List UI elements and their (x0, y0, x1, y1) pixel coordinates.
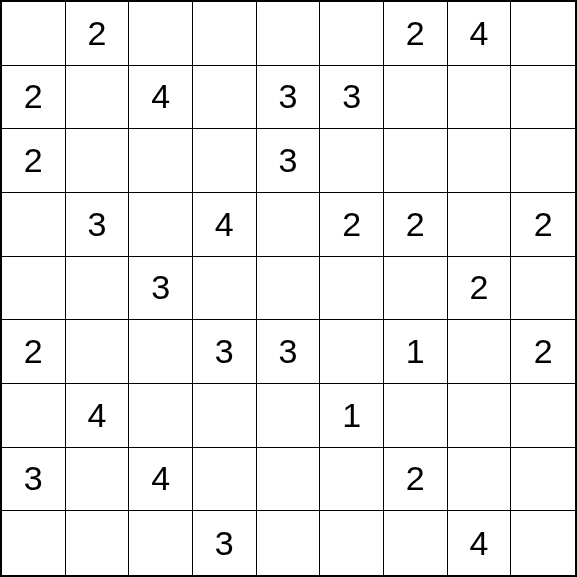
cell-r8-c0[interactable] (2, 511, 66, 575)
cell-r1-c4[interactable]: 3 (257, 66, 321, 130)
cell-r8-c8[interactable] (511, 511, 575, 575)
cell-r8-c1[interactable] (66, 511, 130, 575)
cell-r2-c5[interactable] (320, 129, 384, 193)
cell-r7-c5[interactable] (320, 448, 384, 512)
cell-r4-c3[interactable] (193, 257, 257, 321)
cell-r6-c0[interactable] (2, 384, 66, 448)
cell-r0-c1[interactable]: 2 (66, 2, 130, 66)
cell-r0-c0[interactable] (2, 2, 66, 66)
cell-r8-c2[interactable] (129, 511, 193, 575)
cell-r0-c2[interactable] (129, 2, 193, 66)
cell-r2-c7[interactable] (448, 129, 512, 193)
cell-r4-c2[interactable]: 3 (129, 257, 193, 321)
cell-r3-c6[interactable]: 2 (384, 193, 448, 257)
cell-r7-c1[interactable] (66, 448, 130, 512)
cell-r7-c2[interactable]: 4 (129, 448, 193, 512)
cell-r0-c8[interactable] (511, 2, 575, 66)
cell-r6-c1[interactable]: 4 (66, 384, 130, 448)
cell-r2-c3[interactable] (193, 129, 257, 193)
cell-r8-c6[interactable] (384, 511, 448, 575)
cell-r8-c7[interactable]: 4 (448, 511, 512, 575)
cell-r6-c7[interactable] (448, 384, 512, 448)
cell-r7-c0[interactable]: 3 (2, 448, 66, 512)
cell-r5-c4[interactable]: 3 (257, 320, 321, 384)
cell-r6-c4[interactable] (257, 384, 321, 448)
cell-r6-c2[interactable] (129, 384, 193, 448)
cell-r8-c4[interactable] (257, 511, 321, 575)
cell-r2-c0[interactable]: 2 (2, 129, 66, 193)
cell-r4-c6[interactable] (384, 257, 448, 321)
cell-r3-c3[interactable]: 4 (193, 193, 257, 257)
cell-r5-c5[interactable] (320, 320, 384, 384)
cell-r3-c5[interactable]: 2 (320, 193, 384, 257)
cell-r0-c4[interactable] (257, 2, 321, 66)
puzzle-grid: 2242433233422232233124134234 (0, 0, 577, 577)
cell-r6-c5[interactable]: 1 (320, 384, 384, 448)
cell-r0-c3[interactable] (193, 2, 257, 66)
cell-r5-c3[interactable]: 3 (193, 320, 257, 384)
cell-r3-c7[interactable] (448, 193, 512, 257)
cell-r7-c7[interactable] (448, 448, 512, 512)
cell-r1-c0[interactable]: 2 (2, 66, 66, 130)
cell-r6-c3[interactable] (193, 384, 257, 448)
cell-r3-c0[interactable] (2, 193, 66, 257)
cell-r5-c1[interactable] (66, 320, 130, 384)
cell-r7-c6[interactable]: 2 (384, 448, 448, 512)
cell-r4-c7[interactable]: 2 (448, 257, 512, 321)
cell-r7-c3[interactable] (193, 448, 257, 512)
cell-r2-c6[interactable] (384, 129, 448, 193)
cell-r8-c5[interactable] (320, 511, 384, 575)
cell-r1-c2[interactable]: 4 (129, 66, 193, 130)
cell-r1-c3[interactable] (193, 66, 257, 130)
cell-r5-c0[interactable]: 2 (2, 320, 66, 384)
cell-r0-c7[interactable]: 4 (448, 2, 512, 66)
cell-r7-c4[interactable] (257, 448, 321, 512)
cell-r3-c1[interactable]: 3 (66, 193, 130, 257)
cell-r1-c5[interactable]: 3 (320, 66, 384, 130)
cell-r5-c8[interactable]: 2 (511, 320, 575, 384)
cell-r4-c8[interactable] (511, 257, 575, 321)
cell-r8-c3[interactable]: 3 (193, 511, 257, 575)
cell-r5-c7[interactable] (448, 320, 512, 384)
cell-r0-c5[interactable] (320, 2, 384, 66)
cell-r3-c2[interactable] (129, 193, 193, 257)
cell-r5-c6[interactable]: 1 (384, 320, 448, 384)
cell-r6-c8[interactable] (511, 384, 575, 448)
cell-r4-c1[interactable] (66, 257, 130, 321)
cell-r4-c5[interactable] (320, 257, 384, 321)
cell-r3-c8[interactable]: 2 (511, 193, 575, 257)
cell-r6-c6[interactable] (384, 384, 448, 448)
cell-r7-c8[interactable] (511, 448, 575, 512)
cell-r1-c7[interactable] (448, 66, 512, 130)
cell-r2-c1[interactable] (66, 129, 130, 193)
cell-r3-c4[interactable] (257, 193, 321, 257)
cell-r2-c2[interactable] (129, 129, 193, 193)
cell-r5-c2[interactable] (129, 320, 193, 384)
cell-r2-c8[interactable] (511, 129, 575, 193)
cell-r2-c4[interactable]: 3 (257, 129, 321, 193)
cell-r0-c6[interactable]: 2 (384, 2, 448, 66)
cell-r1-c8[interactable] (511, 66, 575, 130)
cell-r4-c4[interactable] (257, 257, 321, 321)
cell-r1-c6[interactable] (384, 66, 448, 130)
cell-r1-c1[interactable] (66, 66, 130, 130)
cell-r4-c0[interactable] (2, 257, 66, 321)
